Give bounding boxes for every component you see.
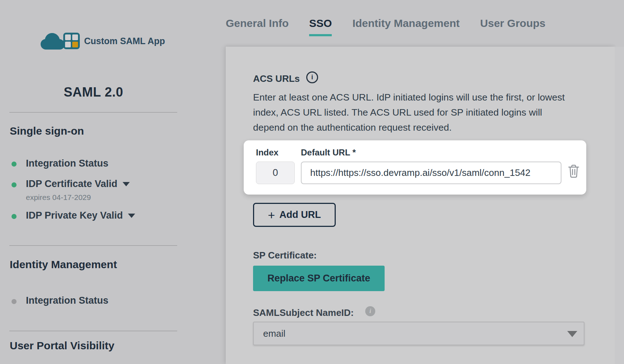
tab-user-groups[interactable]: User Groups [480, 17, 546, 36]
samlsubject-nameid-label: SAMLSubject NameID: [253, 307, 354, 318]
status-dot-icon [12, 299, 17, 304]
app-logo: Custom SAML App [40, 32, 165, 50]
status-dot-icon [12, 182, 17, 187]
sidebar-item-label: IDP Certificate Valid [26, 178, 118, 189]
tab-identity-management[interactable]: Identity Management [352, 17, 459, 36]
tab-sso[interactable]: SSO [309, 17, 332, 36]
default-url-input[interactable] [301, 162, 561, 184]
info-circle-icon[interactable]: i [306, 71, 318, 83]
expires-note: expires 04-17-2029 [26, 193, 91, 202]
app-logo-label: Custom SAML App [84, 36, 165, 46]
sidebar-item-label: IDP Private Key Valid [26, 210, 123, 221]
delete-url-button[interactable] [567, 164, 580, 178]
sidebar-heading-single-sign-on: Single sign-on [10, 125, 84, 137]
sidebar-divider [9, 112, 177, 113]
sidebar-item-idp-private-key-valid[interactable]: IDP Private Key Valid [26, 210, 135, 221]
tab-general-info[interactable]: General Info [226, 17, 289, 36]
right-edge-strip [615, 47, 624, 364]
sidebar-item-idp-certificate-valid[interactable]: IDP Certificate Valid [26, 178, 130, 190]
status-dot-icon [12, 162, 17, 167]
trash-icon [567, 164, 580, 178]
sidebar-heading-user-portal-visibility: User Portal Visibility [10, 340, 114, 352]
caret-down-icon[interactable] [123, 182, 130, 186]
replace-sp-certificate-button[interactable]: Replace SP Certificate [253, 266, 385, 291]
caret-down-icon[interactable] [128, 214, 135, 218]
acs-url-row-highlight: Index Default URL * [244, 140, 586, 195]
index-label: Index [256, 148, 279, 158]
cloud-icon [40, 32, 65, 50]
default-url-label: Default URL * [301, 148, 356, 158]
protocol-title: SAML 2.0 [0, 85, 187, 100]
nameid-selected-value: email [263, 328, 285, 339]
chevron-down-icon [567, 331, 577, 337]
sp-certificate-label: SP Certificate: [253, 250, 317, 261]
acs-urls-label: ACS URLs [253, 73, 300, 84]
app-grid-icon [63, 33, 80, 49]
add-url-button[interactable]: + Add URL [253, 203, 336, 227]
sidebar-item-integration-status-idm[interactable]: Integration Status [26, 295, 109, 306]
info-filled-icon[interactable]: i [365, 306, 375, 316]
status-dot-icon [12, 214, 17, 219]
sidebar-heading-identity-management: Identity Management [10, 258, 117, 271]
tab-bar: General Info SSO Identity Management Use… [226, 17, 546, 36]
sidebar-item-integration-status[interactable]: Integration Status [26, 158, 109, 169]
sidebar-divider [9, 245, 177, 246]
acs-description: Enter at least one ACS URL. IdP initiate… [253, 90, 569, 135]
add-url-label: Add URL [279, 209, 321, 220]
nameid-select[interactable]: email [253, 322, 584, 345]
sidebar-divider [9, 331, 177, 331]
index-input[interactable] [256, 162, 295, 184]
